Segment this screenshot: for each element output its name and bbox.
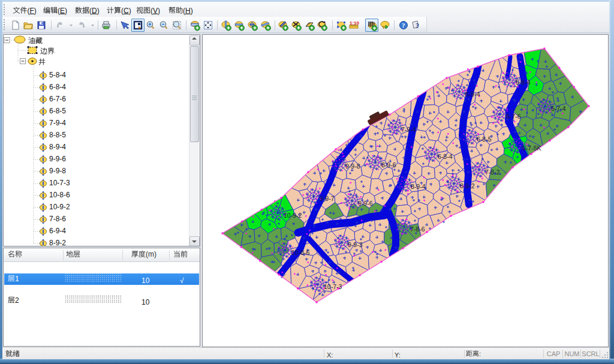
svg-text:6-9-4: 6-9-4 [465,91,480,98]
svg-text:7-8-6: 7-8-6 [410,225,425,233]
svg-text:8-9-4: 8-9-4 [411,183,426,190]
svg-text:9-9-3: 9-9-3 [348,241,363,248]
svg-text:9-9-8: 9-9-8 [345,163,360,170]
svg-text:9-9-6: 9-9-6 [358,200,373,207]
svg-text:10-8-6: 10-8-6 [291,249,310,256]
svg-text:8-9-2: 8-9-2 [460,182,475,189]
svg-text:8-9-6: 8-9-6 [381,161,396,169]
svg-text:5-8-4: 5-8-4 [516,79,531,86]
svg-text:6-8-4: 6-8-4 [438,153,453,160]
svg-text:9-9-7: 9-9-7 [320,195,335,202]
svg-text:7-8-2: 7-8-2 [485,169,500,176]
svg-text:7-9-4: 7-9-4 [401,126,416,133]
svg-text:10-9-2: 10-9-2 [284,212,302,219]
svg-text:5-7-4: 5-7-4 [551,105,566,112]
svg-text:6-8-5: 6-8-5 [477,136,492,143]
svg-text:6-7-6: 6-7-6 [506,113,521,120]
svg-text:10-7-3: 10-7-3 [324,283,342,290]
svg-text:6-7-5K: 6-7-5K [522,145,541,152]
